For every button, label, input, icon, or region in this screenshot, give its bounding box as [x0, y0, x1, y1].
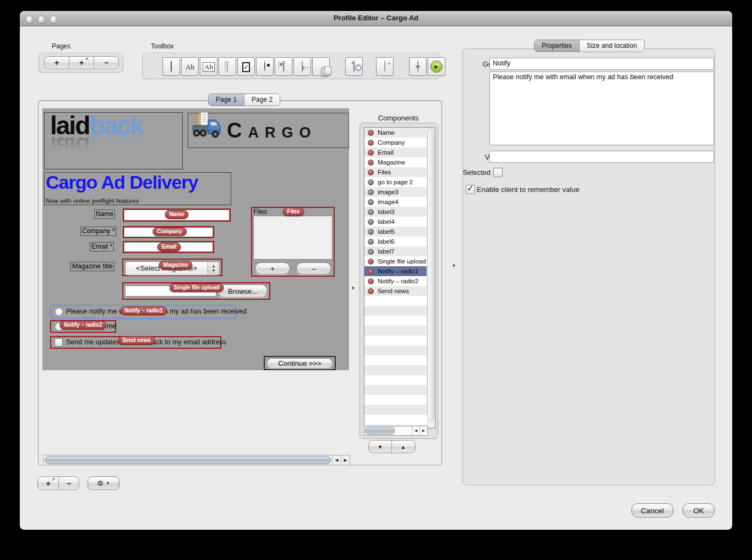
duplicate-component-button[interactable]: +↗: [38, 477, 59, 490]
scroll-right-arrow[interactable]: ▶: [341, 455, 350, 465]
heading-text: Cargo Ad Delivery: [46, 172, 198, 193]
file-select-tool[interactable]: Choose: [293, 57, 311, 76]
heading-component[interactable]: Cargo Ad Delivery Now with online prefli…: [44, 172, 231, 205]
tab-page-2[interactable]: Page 2: [244, 94, 280, 106]
component-item[interactable]: Notify – radio1: [364, 266, 427, 276]
component-item-label: label3: [378, 208, 395, 215]
browse-button[interactable]: Browse...: [218, 284, 268, 298]
reorder-buttons: ▼ ▲: [368, 440, 415, 452]
text-field-tool[interactable]: Ab: [200, 57, 217, 76]
components-label: Components: [359, 114, 437, 122]
component-item[interactable]: label3: [364, 207, 427, 217]
component-item[interactable]: Files: [364, 167, 427, 177]
component-status-dot: [368, 130, 374, 136]
scroll-right-arrow[interactable]: ▶: [419, 426, 427, 435]
component-item[interactable]: label4: [364, 217, 427, 227]
remove-page-button[interactable]: −: [94, 57, 118, 69]
component-item[interactable]: label5: [364, 227, 427, 237]
radio-button-tool[interactable]: [256, 57, 274, 76]
text-textarea[interactable]: Please notify me with email when my ad h…: [489, 72, 714, 145]
combo-box-icon: [283, 62, 284, 72]
component-item-label: go to page 2: [378, 179, 413, 185]
component-status-dot: [368, 259, 374, 265]
preflight-check-tool[interactable]: ✔: [345, 57, 363, 76]
image-tool[interactable]: [162, 57, 180, 76]
component-list-empty-row: [364, 395, 427, 405]
newsletter-checkbox[interactable]: [55, 338, 63, 347]
group-input[interactable]: Notify: [489, 58, 714, 70]
canvas-horizontal-scrollbar[interactable]: ◀ ▶: [43, 455, 350, 465]
component-item[interactable]: Email: [364, 147, 427, 157]
component-item[interactable]: label6: [364, 237, 427, 246]
radio1-button[interactable]: [55, 308, 63, 316]
move-down-button[interactable]: ▼: [369, 441, 392, 453]
files-list-component[interactable]: Files + –: [251, 207, 335, 277]
submit-tool[interactable]: ▶: [428, 57, 445, 76]
cargo-logo-text: CARGO: [227, 119, 317, 142]
actions-menu-button[interactable]: ⚙▼: [88, 476, 118, 489]
text-field-icon: Ab: [203, 62, 215, 72]
component-add-remove: +↗ −: [37, 476, 79, 490]
profile-editor-window: Profile Editor – Cargo Ad Pages + +↗ − T…: [20, 11, 732, 530]
combo-box-tool[interactable]: [275, 57, 292, 76]
components-vertical-scrollbar[interactable]: [427, 127, 435, 429]
list-box-tool[interactable]: [219, 57, 236, 76]
checkbox-tool[interactable]: ✓: [237, 57, 255, 76]
tab-size-and-location[interactable]: Size and location: [580, 40, 644, 52]
component-item[interactable]: image3: [364, 187, 427, 197]
components-horizontal-scrollbar[interactable]: ◀ ▶: [364, 426, 428, 436]
cargo-logo[interactable]: CARGO: [188, 113, 349, 148]
files-remove-button[interactable]: –: [296, 262, 331, 274]
properties-panel: Group Notify Text Please notify me with …: [462, 48, 715, 485]
scrollbar-thumb[interactable]: [427, 128, 434, 421]
files-add-button[interactable]: +: [255, 262, 290, 274]
window-title: Profile Editor – Cargo Ad: [20, 14, 732, 22]
component-item[interactable]: go to page 2: [364, 177, 427, 187]
component-list-empty-row: [364, 326, 427, 336]
laidback-logo[interactable]: laidback laidback: [44, 112, 183, 169]
page-nav-tool[interactable]: [409, 57, 427, 76]
logo-reflection: laidback: [45, 134, 182, 159]
label-tool[interactable]: Ab: [181, 57, 199, 76]
component-status-dot: [368, 140, 374, 146]
multi-file-tool[interactable]: [312, 57, 330, 76]
continue-button[interactable]: Continue >>>: [266, 358, 333, 369]
email-field-label: Email *: [90, 242, 114, 251]
button-tool[interactable]: [376, 57, 394, 76]
remove-component-button[interactable]: −: [59, 477, 79, 490]
value-input[interactable]: [489, 151, 714, 163]
component-item[interactable]: label7: [364, 246, 427, 256]
tab-properties[interactable]: Properties: [535, 40, 580, 52]
form-design-surface[interactable]: laidback laidback: [42, 108, 349, 370]
scrollbar-thumb[interactable]: [365, 427, 395, 435]
stepper-arrows-icon: ▲▼: [208, 262, 219, 275]
newsletter-component-badge: Send news: [118, 336, 155, 345]
component-item-label: Email: [378, 149, 394, 156]
list-box-icon: [227, 62, 228, 72]
component-item[interactable]: Company: [364, 138, 427, 147]
move-up-button[interactable]: ▲: [392, 441, 415, 453]
add-page-button[interactable]: +: [45, 57, 69, 69]
files-listbox[interactable]: [253, 216, 333, 260]
selected-checkbox[interactable]: [493, 168, 503, 177]
scrollbar-thumb[interactable]: [45, 456, 331, 464]
component-item[interactable]: Magazine: [364, 157, 427, 167]
components-list[interactable]: NameCompanyEmailMagazineFilesgo to page …: [364, 127, 427, 429]
component-item-label: label6: [378, 238, 395, 245]
component-list-empty-row: [364, 415, 427, 425]
duplicate-page-button[interactable]: +↗: [69, 57, 94, 69]
component-item[interactable]: image4: [364, 197, 427, 207]
component-status-dot: [368, 278, 374, 284]
component-item-label: label5: [378, 228, 395, 235]
cancel-button[interactable]: Cancel: [631, 503, 672, 517]
component-item[interactable]: Single file upload: [364, 256, 427, 266]
remember-checkbox[interactable]: [466, 185, 475, 194]
ok-button[interactable]: OK: [683, 503, 713, 517]
component-item[interactable]: Name: [364, 128, 427, 138]
component-item[interactable]: Notify – radio2: [364, 276, 427, 286]
scroll-left-arrow[interactable]: ◀: [332, 455, 341, 465]
component-item[interactable]: Send news: [364, 286, 427, 296]
tab-page-1[interactable]: Page 1: [209, 94, 244, 106]
scroll-left-arrow[interactable]: ◀: [412, 426, 419, 435]
continue-button-component[interactable]: Continue >>>: [264, 356, 336, 370]
